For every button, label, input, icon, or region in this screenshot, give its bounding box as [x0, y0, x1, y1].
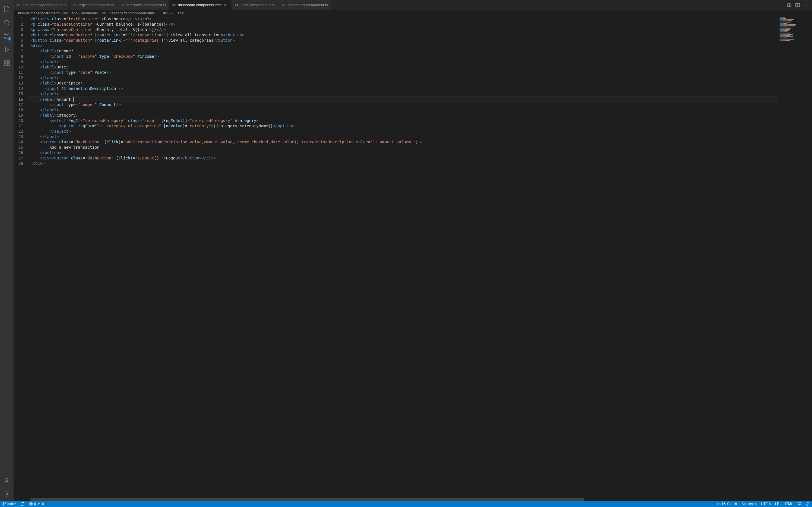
language-mode[interactable]: HTML [781, 501, 795, 507]
tab-label: categories.component.ts [126, 3, 166, 7]
notifications-icon[interactable] [804, 501, 812, 507]
svg-point-17 [3, 504, 4, 506]
svg-point-4 [5, 48, 5, 48]
tab-label: login.component.html [241, 3, 275, 7]
problems-status[interactable]: 0 0 [27, 501, 46, 507]
breadcrumb-item[interactable]: <> dashboard.component.html [102, 11, 154, 15]
indentation-status[interactable]: Spaces: 4 [739, 501, 759, 507]
svg-point-1 [8, 34, 9, 35]
breadcrumb-item[interactable]: ⬦ label [171, 11, 185, 15]
tab-label: dashboard.component.html [178, 3, 222, 7]
svg-point-9 [6, 478, 8, 481]
cursor-position[interactable]: Ln 16, Col 19 [715, 501, 739, 507]
ts-file-icon: TS [16, 3, 21, 7]
source-control-badge: 1 [7, 37, 11, 41]
chevron-right-icon: › [61, 11, 62, 15]
editor[interactable]: 1234567891011121314151617181920212223242… [13, 16, 812, 501]
gutter: 1234567891011121314151617181920212223242… [13, 16, 28, 501]
tab-categories[interactable]: TS categories.component.ts [117, 0, 169, 10]
tab-edit-category[interactable]: TS edit-category.component.ts [13, 0, 70, 10]
branch-name: main* [7, 502, 16, 506]
tab-label: dashboard.component.ts [288, 3, 328, 7]
run-debug-icon[interactable] [0, 43, 13, 56]
chevron-right-icon: › [79, 11, 80, 15]
ts-file-icon: TS [72, 3, 77, 7]
breadcrumbs: budget-manager-frontend › src › app › da… [13, 10, 812, 16]
source-control-icon[interactable]: 1 [0, 29, 13, 43]
svg-point-0 [4, 20, 8, 24]
chevron-right-icon: › [168, 11, 170, 15]
tab-register[interactable]: TS register.component.ts [70, 0, 117, 10]
ts-file-icon: TS [119, 3, 124, 7]
compare-changes-icon[interactable] [785, 1, 793, 9]
sync-button[interactable] [18, 501, 27, 507]
breadcrumb-item[interactable]: app [71, 11, 78, 15]
breadcrumb-item[interactable]: budget-manager-frontend [18, 11, 59, 15]
search-icon[interactable] [0, 16, 13, 29]
svg-rect-6 [7, 61, 9, 62]
tab-label: edit-category.component.ts [22, 3, 66, 7]
breadcrumb-item[interactable]: ⬦ div [157, 11, 167, 15]
statusbar: main* 0 0 Ln 16, Col 19 Spaces: 4 UTF-8 … [0, 501, 812, 507]
more-actions-icon[interactable] [802, 1, 810, 9]
activity-bar: 1 [0, 0, 13, 501]
tab-label: register.component.ts [79, 3, 114, 7]
svg-point-10 [6, 493, 8, 495]
breadcrumb-item[interactable]: src [63, 11, 68, 15]
split-editor-icon[interactable] [794, 1, 801, 9]
breadcrumb-item[interactable]: dashboard [81, 11, 98, 15]
eol-status[interactable]: LF [773, 501, 781, 507]
svg-point-14 [806, 4, 806, 5]
accounts-icon[interactable] [0, 474, 13, 487]
tabs-bar: TS edit-category.component.ts TS registe… [13, 0, 812, 10]
chevron-right-icon: › [100, 11, 101, 15]
chevron-right-icon: › [69, 11, 70, 15]
tab-dashboard-ts[interactable]: TS dashboard.component.ts [278, 0, 331, 10]
html-file-icon: <> [172, 3, 176, 7]
svg-rect-5 [4, 61, 6, 62]
chevron-right-icon: › [155, 11, 156, 15]
svg-rect-8 [7, 64, 9, 66]
extensions-icon[interactable] [0, 56, 13, 70]
error-count: 0 [34, 502, 36, 506]
encoding-status[interactable]: UTF-8 [759, 501, 773, 507]
html-file-icon: <> [234, 3, 239, 7]
feedback-icon[interactable] [795, 501, 804, 507]
svg-rect-7 [4, 64, 6, 66]
code-area[interactable]: <h3><div class="textContainer">Dashboard… [28, 16, 778, 501]
minimap[interactable] [778, 16, 812, 501]
svg-point-2 [4, 37, 6, 39]
svg-point-15 [807, 4, 808, 5]
horizontal-scrollbar[interactable] [30, 498, 778, 501]
warning-count: 0 [42, 502, 44, 506]
tab-dashboard-html[interactable]: <> dashboard.component.html ✕ [169, 0, 232, 10]
tab-login-html[interactable]: <> login.component.html [232, 0, 278, 10]
close-icon[interactable]: ✕ [224, 3, 229, 7]
explorer-icon[interactable] [0, 2, 13, 16]
branch-status[interactable]: main* [0, 501, 18, 507]
settings-gear-icon[interactable] [0, 487, 13, 501]
ts-file-icon: TS [282, 3, 286, 7]
svg-point-18 [5, 503, 6, 504]
svg-point-13 [804, 4, 805, 5]
